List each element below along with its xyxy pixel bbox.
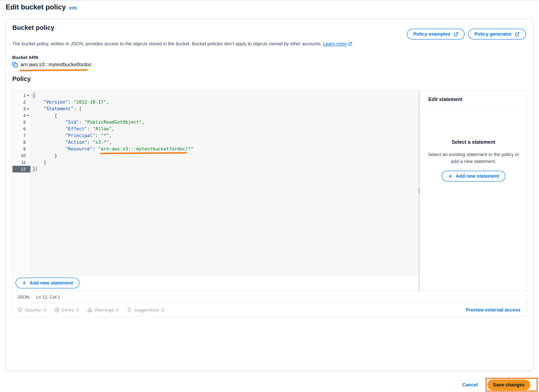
- code-token: ": [98, 146, 101, 151]
- add-new-statement-label: Add new statement: [29, 280, 73, 286]
- suggestions-check[interactable]: Suggestions: 0: [127, 307, 164, 313]
- editor-cursor-position: Ln 12, Col 1: [36, 295, 60, 300]
- line-number: 5: [23, 120, 26, 125]
- code-token: "Statement": [43, 106, 74, 111]
- code-token: "PublicReadGetObject": [84, 120, 142, 125]
- code-token: ,: [142, 120, 144, 125]
- warnings-check-label: Warnings: 0: [95, 307, 118, 313]
- gutter-line: 2: [13, 99, 30, 106]
- warning-triangle-icon: [87, 307, 93, 313]
- page-top-divider: [0, 0, 539, 0]
- gutter-line[interactable]: 3: [13, 106, 30, 112]
- card-bottom-divider: [12, 363, 527, 363]
- policy-examples-button[interactable]: Policy examples: [407, 29, 464, 39]
- code-token: ,: [109, 133, 112, 138]
- edit-statement-panel: Edit statement Select a statement Select…: [420, 91, 527, 291]
- info-link[interactable]: Info: [69, 6, 77, 10]
- gutter-line: 11: [13, 159, 30, 166]
- code-line: "Effect": "Allow",: [33, 126, 418, 132]
- panel-add-new-statement-button[interactable]: Add new statement: [442, 171, 505, 182]
- panel-add-new-statement-label: Add new statement: [456, 173, 499, 179]
- line-number: 11: [21, 160, 26, 165]
- learn-more-link[interactable]: Learn more: [323, 41, 352, 46]
- code-token: [33, 146, 65, 151]
- code-line: }: [33, 166, 418, 173]
- code-token: }: [33, 153, 57, 158]
- preview-external-access-link[interactable]: Preview external access: [466, 307, 520, 313]
- copy-icon[interactable]: [12, 62, 18, 68]
- fold-arrow-icon[interactable]: [26, 112, 30, 119]
- add-new-statement-button[interactable]: Add new statement: [15, 278, 79, 288]
- gutter-line: 12: [13, 166, 30, 173]
- code-token: "Allow": [93, 126, 112, 131]
- code-line: ]: [33, 159, 418, 166]
- gutter-line: 8: [13, 139, 30, 146]
- line-number: 4: [23, 113, 26, 118]
- fold-arrow-slot: [26, 126, 30, 132]
- code-gutter: 123456789101112: [13, 91, 31, 275]
- fold-arrow-slot: [26, 159, 30, 166]
- bucket-arn-row: arn:aws:s3:::mytestbucketfordoc: [12, 62, 92, 68]
- errors-check[interactable]: Errors: 0: [54, 307, 79, 313]
- plus-icon: [448, 174, 453, 179]
- gutter-line: 5: [13, 119, 30, 126]
- external-link-icon: [348, 42, 352, 47]
- warnings-check[interactable]: Warnings: 0: [87, 307, 118, 313]
- fold-arrow-icon[interactable]: [26, 92, 30, 99]
- security-check[interactable]: Security: 0: [17, 307, 46, 313]
- bucket-policy-heading: Bucket policy: [12, 24, 54, 31]
- line-number: 7: [23, 133, 26, 138]
- code-token: [33, 120, 65, 125]
- code-token: "Sid": [65, 120, 79, 125]
- plus-icon: [22, 281, 27, 285]
- line-number: 1: [23, 93, 26, 98]
- code-editor-area[interactable]: { "Version": "2012-10-17", "Statement": …: [31, 91, 418, 275]
- code-token: :: [87, 140, 93, 145]
- code-token: :: [95, 133, 101, 138]
- page-title: Edit bucket policy: [6, 3, 66, 11]
- gutter-line: 7: [13, 132, 30, 139]
- code-token: :: [68, 100, 73, 105]
- code-token: ]: [33, 160, 46, 165]
- fold-arrow-icon[interactable]: [26, 106, 30, 112]
- code-token: "*": [101, 133, 109, 138]
- fold-arrow-slot: [26, 132, 30, 139]
- code-token: :: [79, 120, 84, 125]
- save-changes-button[interactable]: Save changes: [487, 379, 530, 390]
- resize-grip-icon: [418, 188, 420, 194]
- annotation-underline-bucket-arn: [20, 69, 88, 72]
- line-number: 2: [23, 100, 26, 105]
- cancel-button[interactable]: Cancel: [462, 382, 478, 388]
- code-line: "Sid": "PublicReadGetObject",: [33, 119, 418, 126]
- line-number: 10: [21, 153, 26, 158]
- code-token: "s3:*": [93, 140, 109, 145]
- fold-arrow-slot: [26, 146, 30, 152]
- error-circle-icon: [54, 307, 60, 313]
- edit-statement-empty-state: Select a statement Select an existing st…: [420, 108, 527, 291]
- text-cursor: [36, 166, 37, 171]
- editor-resize-handle[interactable]: [418, 91, 420, 291]
- code-token: ,: [112, 126, 115, 131]
- editor-status-bar: JSON Ln 12, Col 1: [13, 291, 527, 303]
- line-number: 12: [21, 167, 26, 172]
- editor-language: JSON: [17, 295, 29, 300]
- gutter-line: 9: [13, 146, 30, 152]
- gutter-line[interactable]: 1: [13, 92, 30, 99]
- page-header: Edit bucket policy Info: [6, 3, 77, 11]
- line-number: 3: [23, 106, 26, 111]
- code-token: [33, 106, 43, 111]
- line-number: 9: [23, 147, 26, 151]
- code-region: 123456789101112 { "Version": "2012-10-17…: [13, 91, 418, 275]
- policy-editor: 123456789101112 { "Version": "2012-10-17…: [12, 90, 527, 317]
- policy-generator-button[interactable]: Policy generator: [468, 29, 526, 39]
- gutter-line[interactable]: 4: [13, 112, 30, 119]
- fold-arrow-slot: [26, 152, 30, 159]
- suggestions-check-label: Suggestions: 0: [134, 307, 164, 313]
- code-token: ,: [109, 140, 112, 145]
- edit-statement-title: Edit statement: [420, 91, 527, 108]
- fold-arrow-slot: [26, 99, 30, 106]
- select-statement-title: Select a statement: [427, 139, 520, 145]
- gutter-line: 10: [13, 152, 30, 159]
- select-statement-description: Select an existing statement in the poli…: [427, 151, 520, 165]
- code-token: :: [93, 146, 98, 151]
